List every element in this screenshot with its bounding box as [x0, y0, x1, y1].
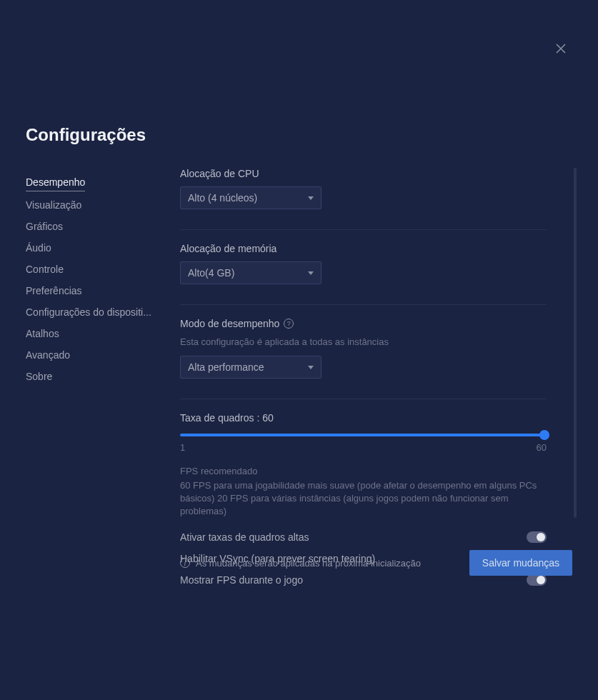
- sidebar-item-controle[interactable]: Controle: [26, 259, 180, 280]
- sidebar-item-dispositivo[interactable]: Configurações do dispositi...: [26, 301, 180, 323]
- toggle-knob: [537, 533, 545, 541]
- slider-range: 1 60: [180, 442, 547, 453]
- info-icon: i: [180, 558, 190, 568]
- divider: [180, 304, 547, 305]
- cpu-select-value: Alto (4 núcleos): [188, 192, 257, 204]
- memory-select[interactable]: Alto(4 GB): [180, 261, 322, 284]
- sidebar-item-preferencias[interactable]: Preferências: [26, 280, 180, 301]
- chevron-down-icon: [308, 196, 314, 200]
- close-button[interactable]: [552, 40, 569, 57]
- sidebar: Desempenho Visualização Gráficos Áudio C…: [26, 171, 180, 606]
- memory-label: Alocação de memória: [180, 243, 547, 254]
- performance-sublabel: Esta configuração é aplicada a todas as …: [180, 336, 547, 347]
- high-fps-toggle[interactable]: [527, 531, 547, 543]
- sidebar-item-desempenho[interactable]: Desempenho: [26, 171, 85, 191]
- scrollbar[interactable]: [574, 168, 577, 518]
- sidebar-item-atalhos[interactable]: Atalhos: [26, 323, 180, 344]
- chevron-down-icon: [308, 366, 314, 369]
- help-icon[interactable]: ?: [284, 319, 294, 329]
- fps-recommended-title: FPS recomendado: [180, 466, 547, 476]
- footer: i As mudanças serão aplicadas na próxima…: [180, 550, 572, 576]
- toggle-knob: [537, 576, 545, 584]
- performance-label: Modo de desempenho ?: [180, 318, 547, 329]
- memory-select-value: Alto(4 GB): [188, 267, 234, 279]
- sidebar-item-avancado[interactable]: Avançado: [26, 344, 180, 366]
- sidebar-item-visualizacao[interactable]: Visualização: [26, 194, 180, 216]
- content-panel: Alocação de CPU Alto (4 núcleos) Alocaçã…: [180, 168, 572, 606]
- page-title: Configurações: [26, 125, 146, 145]
- cpu-label: Alocação de CPU: [180, 168, 547, 179]
- cpu-select[interactable]: Alto (4 núcleos): [180, 186, 322, 209]
- footer-info-text: As mudanças serão aplicadas na próxima i…: [196, 558, 421, 569]
- slider-max: 60: [537, 442, 547, 453]
- divider: [180, 229, 547, 230]
- performance-select-value: Alta performance: [188, 361, 264, 373]
- save-button[interactable]: Salvar mudanças: [469, 550, 572, 576]
- performance-select[interactable]: Alta performance: [180, 356, 322, 379]
- chevron-down-icon: [308, 271, 314, 275]
- fps-recommended-desc: 60 FPS para uma jogabilidade mais suave …: [180, 479, 547, 519]
- footer-info: i As mudanças serão aplicadas na próxima…: [180, 558, 421, 569]
- sidebar-item-audio[interactable]: Áudio: [26, 237, 180, 259]
- divider: [180, 399, 547, 399]
- sidebar-item-graficos[interactable]: Gráficos: [26, 216, 180, 237]
- sidebar-item-sobre[interactable]: Sobre: [26, 366, 180, 387]
- close-icon: [555, 43, 567, 54]
- high-fps-label: Ativar taxas de quadros altas: [180, 531, 309, 543]
- framerate-slider[interactable]: [180, 434, 547, 436]
- slider-thumb[interactable]: [539, 430, 549, 440]
- framerate-label: Taxa de quadros : 60: [180, 412, 547, 424]
- slider-min: 1: [180, 442, 185, 453]
